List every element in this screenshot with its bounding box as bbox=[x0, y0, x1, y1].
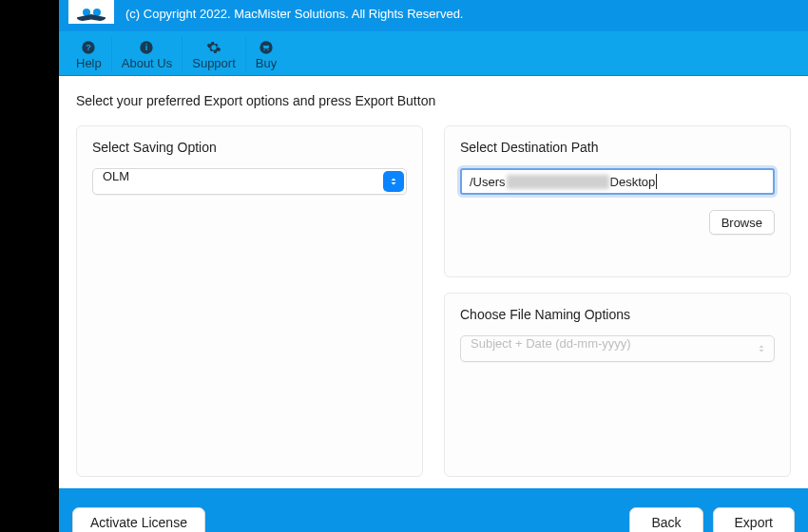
right-panel: Select Destination Path /Users Desktop B… bbox=[444, 125, 791, 477]
toolbar: ? Help i About Us Support Buy bbox=[59, 31, 808, 76]
text-caret bbox=[656, 174, 657, 189]
naming-title: Choose File Naming Options bbox=[460, 307, 775, 322]
naming-card: Choose File Naming Options Subject + Dat… bbox=[444, 293, 791, 477]
naming-placeholder: Subject + Date (dd-mm-yyyy) bbox=[460, 335, 775, 362]
buy-button[interactable]: Buy bbox=[246, 37, 286, 72]
naming-select[interactable]: Subject + Date (dd-mm-yyyy) bbox=[460, 335, 775, 362]
help-button[interactable]: ? Help bbox=[67, 37, 112, 72]
browse-button[interactable]: Browse bbox=[709, 210, 775, 235]
left-panel: Select Saving Option OLM bbox=[76, 125, 423, 477]
saving-option-value: OLM bbox=[92, 168, 407, 195]
activate-license-button[interactable]: Activate License bbox=[72, 507, 205, 532]
app-logo bbox=[68, 0, 114, 24]
app-window: (c) Copyright 2022. MacMister Solutions.… bbox=[59, 0, 808, 532]
saving-option-title: Select Saving Option bbox=[92, 140, 407, 155]
toolbar-label: About Us bbox=[122, 56, 172, 70]
instruction-text: Select your preferred Export options and… bbox=[76, 93, 791, 108]
destination-path-input[interactable]: /Users Desktop bbox=[460, 168, 775, 195]
path-prefix: /Users bbox=[470, 175, 506, 189]
path-redacted bbox=[507, 175, 609, 189]
toolbar-label: Buy bbox=[256, 56, 277, 70]
toolbar-label: Help bbox=[76, 56, 102, 70]
saving-option-card: Select Saving Option OLM bbox=[76, 125, 423, 477]
content-area: Select your preferred Export options and… bbox=[59, 76, 808, 488]
path-suffix: Desktop bbox=[610, 175, 656, 189]
support-button[interactable]: Support bbox=[183, 37, 246, 72]
info-circle-icon: i bbox=[138, 39, 155, 56]
saving-option-select[interactable]: OLM bbox=[92, 168, 407, 195]
toolbar-label: Support bbox=[192, 56, 236, 70]
destination-card: Select Destination Path /Users Desktop B… bbox=[444, 125, 791, 277]
cart-icon bbox=[258, 39, 275, 56]
question-circle-icon: ? bbox=[80, 39, 97, 56]
svg-text:?: ? bbox=[87, 43, 92, 52]
export-button[interactable]: Export bbox=[713, 507, 795, 532]
gear-icon bbox=[205, 39, 222, 56]
back-button[interactable]: Back bbox=[629, 507, 702, 532]
bottom-bar: Activate License Back Export bbox=[59, 488, 808, 532]
header: (c) Copyright 2022. MacMister Solutions.… bbox=[59, 0, 808, 31]
about-button[interactable]: i About Us bbox=[112, 37, 183, 72]
chevron-updown-icon bbox=[751, 338, 772, 359]
panels-row: Select Saving Option OLM Select Destinat… bbox=[76, 125, 791, 477]
destination-title: Select Destination Path bbox=[460, 140, 775, 155]
svg-text:i: i bbox=[145, 43, 148, 52]
chevron-updown-icon bbox=[383, 171, 404, 192]
copyright-text: (c) Copyright 2022. MacMister Solutions.… bbox=[125, 7, 463, 24]
